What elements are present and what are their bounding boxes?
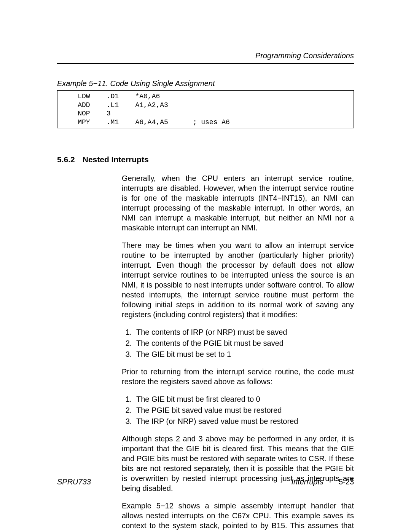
list-item: The contents of the PGIE bit must be sav… [134,338,354,348]
list-item: The PGIE bit saved value must be restore… [134,405,354,415]
list-item: The contents of IRP (or NRP) must be sav… [134,327,354,337]
list-item: The GIE bit must be set to 1 [134,349,354,359]
paragraph: Prior to returning from the interrupt se… [122,367,354,387]
section-number: 5.6.2 [57,155,75,164]
ordered-list: The GIE bit must be first cleared to 0 T… [122,394,354,426]
paragraph: There may be times when you want to allo… [122,240,354,320]
page-footer: SPRU733 Interrupts5-23 [57,478,354,486]
page: Programming Considerations Example 5−11.… [0,0,411,532]
section-heading: 5.6.2Nested Interrupts [57,155,354,164]
paragraph: Example 5−12 shows a simple assembly int… [122,501,354,532]
running-title: Programming Considerations [57,51,354,60]
section-title: Nested Interrupts [83,155,149,164]
example-caption: Example 5−11. Code Using Single Assignme… [57,79,354,88]
doc-id: SPRU733 [57,478,91,486]
code-listing: LDW .D1 *A0,A6 ADD .L1 A1,A2,A3 NOP 3 MP… [57,90,354,128]
header-rule [57,63,354,64]
ordered-list: The contents of IRP (or NRP) must be sav… [122,327,354,359]
list-item: The GIE bit must be first cleared to 0 [134,394,354,404]
paragraph: Generally, when the CPU enters an interr… [122,173,354,233]
list-item: The IRP (or NRP) saved value must be res… [134,416,354,426]
chapter-name: Interrupts [291,478,323,486]
page-number: 5-23 [339,478,354,486]
